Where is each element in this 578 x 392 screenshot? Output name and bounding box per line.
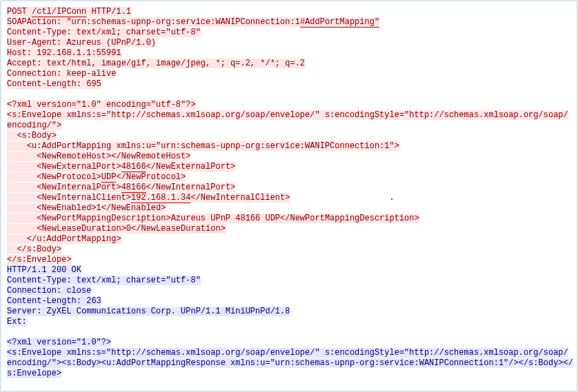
req-envelope-open: <s:Envelope xmlns:s="http://schemas.xmls…: [7, 110, 568, 120]
resp-connection: Connection: close: [7, 286, 91, 296]
marker-dot: .: [390, 193, 395, 203]
new-internal-port: <NewInternalPort>48166</NewInternalPort>: [7, 183, 235, 192]
resp-content-type: Content-Type: text/xml; charset="utf-8": [7, 276, 201, 285]
response-status: HTTP/1.1 200 OK: [7, 265, 81, 275]
req-connection: Connection: keep-alive: [7, 69, 116, 79]
resp-xml-decl: <?xml version="1.0"?>: [7, 338, 111, 347]
new-enabled: <NewEnabled>1</NewEnabled>: [7, 203, 166, 213]
resp-body-line1: <s:Envelope xmlns:s="http://schemas.xmls…: [7, 348, 568, 358]
req-xml-decl: <?xml version="1.0" encoding="utf-8"?>: [7, 100, 196, 110]
req-body-close: </s:Body>: [7, 245, 61, 254]
new-port-mapping-description: <NewPortMappingDescription>Azureus UPnP …: [7, 214, 419, 223]
request-line: POST /ctl/IPConn HTTP/1.1: [7, 7, 131, 17]
packet-text-content[interactable]: POST /ctl/IPConn HTTP/1.1 SOAPAction: "u…: [1, 6, 577, 382]
req-user-agent: User-Agent: Azureus (UPnP/1.0): [7, 38, 156, 48]
request-path: /ctl/IPConn: [32, 7, 86, 17]
req-body-open: <s:Body>: [7, 131, 57, 141]
resp-server: Server: ZyXEL Communications Corp. UPnP/…: [7, 307, 290, 316]
new-external-port: <NewExternalPort>48166</NewExternalPort>: [7, 162, 235, 172]
add-port-mapping-open: <u:AddPortMapping xmlns:u="urn:schemas-u…: [7, 141, 399, 151]
req-content-length: Content-Length: 695: [7, 79, 101, 89]
req-content-type: Content-Type: text/xml; charset="utf-8": [7, 28, 201, 37]
req-accept: Accept: text/html, image/gif, image/jpeg…: [7, 59, 305, 68]
resp-body-line3: s:Envelope>: [7, 369, 61, 378]
new-lease-duration: <NewLeaseDuration>0</NewLeaseDuration>: [7, 224, 226, 234]
new-internal-client: <NewInternalClient>192.168.1.34</NewInte…: [7, 193, 290, 203]
resp-ext: Ext:: [7, 317, 27, 327]
new-remote-host: <NewRemoteHost></NewRemoteHost>: [7, 152, 190, 161]
soapaction-header: SOAPAction: "urn:schemas-upnp-org:servic…: [7, 17, 379, 27]
add-port-mapping-close: </u:AddPortMapping>: [7, 234, 121, 244]
req-host: Host: 192.168.1.1:55991: [7, 48, 121, 58]
resp-content-length: Content-Length: 263: [7, 296, 101, 306]
packet-viewer-pane: POST /ctl/IPConn HTTP/1.1 SOAPAction: "u…: [0, 0, 578, 392]
new-protocol: <NewProtocol>UDP</NewProtocol>: [7, 172, 186, 182]
req-envelope-open2: encoding/">: [7, 121, 61, 130]
resp-body-line2: encoding/"><s:Body><u:AddPortMappingResp…: [7, 358, 573, 368]
req-envelope-close: </s:Envelope>: [7, 255, 72, 265]
